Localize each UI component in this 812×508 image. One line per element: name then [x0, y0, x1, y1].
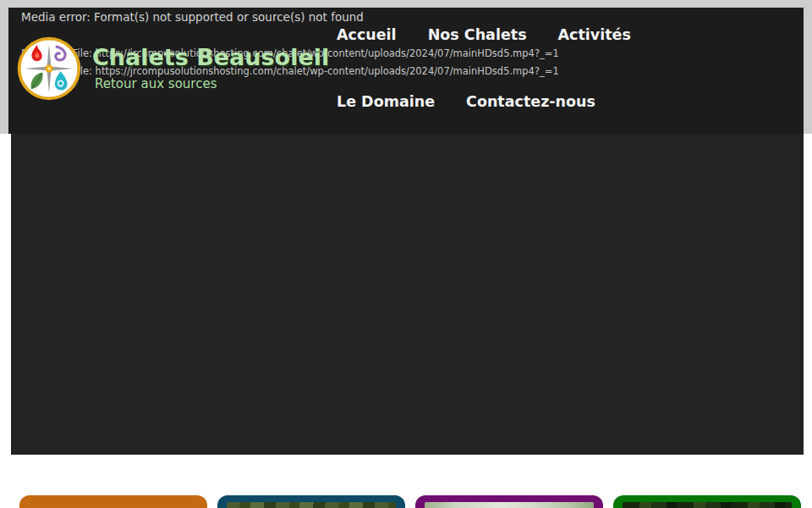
nav-item-le-domaine[interactable]: Le Domaine [337, 93, 435, 110]
chalet-card-green[interactable] [613, 495, 801, 508]
header-band: Media error: Format(s) not supported or … [0, 0, 812, 134]
nav-item-contactez-nous[interactable]: Contactez-nous [466, 93, 595, 110]
chalet-cards-row [19, 495, 812, 508]
nav-item-accueil[interactable]: Accueil [337, 26, 397, 43]
chalet-card-teal[interactable] [217, 495, 405, 508]
hero-video-section [0, 134, 812, 455]
card-image [425, 502, 594, 508]
chalet-card-purple[interactable] [415, 495, 603, 508]
video-player-blank[interactable] [11, 134, 804, 455]
site-header: Media error: Format(s) not supported or … [8, 8, 804, 134]
media-error-message: Media error: Format(s) not supported or … [21, 10, 364, 24]
site-title[interactable]: Chalets Beausoleil [92, 44, 329, 70]
card-image [227, 502, 396, 508]
card-image [623, 502, 792, 508]
main-navigation: Accueil Nos Chalets Activités Le Domaine… [337, 26, 734, 110]
chalet-card-orange[interactable] [19, 495, 207, 508]
site-logo-four-elements-icon[interactable] [17, 36, 81, 101]
site-tagline: Retour aux sources [95, 76, 217, 91]
card-image [29, 502, 198, 508]
nav-item-activites[interactable]: Activités [558, 26, 631, 43]
nav-item-nos-chalets[interactable]: Nos Chalets [428, 26, 527, 43]
